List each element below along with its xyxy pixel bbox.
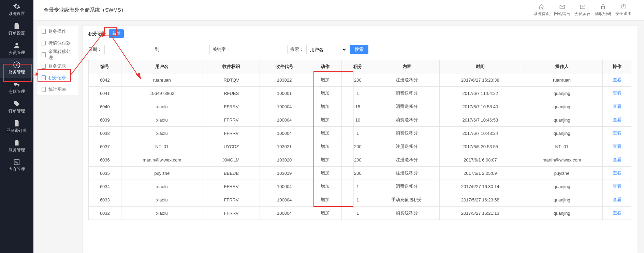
- view-link[interactable]: 查看: [603, 167, 631, 180]
- table-cell: 6041: [89, 87, 121, 100]
- col-content: 内容: [374, 60, 439, 73]
- subnav-balance-transfer[interactable]: 余额转移处理: [38, 49, 78, 60]
- view-link[interactable]: 查看: [603, 140, 631, 153]
- subnav-stat-charts[interactable]: 统计图表: [38, 84, 78, 95]
- sidebar-item-storage[interactable]: 仓储管理: [0, 78, 33, 97]
- date-to-input[interactable]: [162, 45, 210, 54]
- table-row: 6038xiaoluFFRRV100004增加1消费送积分2017/6/7 10…: [89, 127, 631, 140]
- table-cell: RFUBS: [203, 87, 260, 100]
- table-cell: 10: [341, 113, 374, 127]
- header: 全景专业级海外仓储系统（SWMS） 系统首页 网站留言 会员留言 修改密码 安全…: [33, 0, 644, 20]
- view-link[interactable]: 查看: [603, 127, 631, 140]
- sidebar-item-finance[interactable]: ¥ 财务管理: [0, 58, 33, 78]
- word-icon: W: [13, 158, 20, 166]
- table-cell: FFRRV: [203, 193, 260, 207]
- keyword-input[interactable]: [233, 45, 288, 54]
- table-cell: 消费送积分: [374, 127, 439, 140]
- view-link[interactable]: 查看: [603, 153, 631, 167]
- table-cell: 2017/5/27 16:23:58: [439, 193, 521, 207]
- col-operator: 操作人: [521, 60, 602, 73]
- view-link[interactable]: 查看: [603, 73, 631, 87]
- table-cell: BBEUB: [203, 167, 260, 180]
- table-cell: 增加: [309, 127, 341, 140]
- sidebar-item-amazon[interactable]: 亚马逊订单: [0, 117, 33, 136]
- table-cell: 6042: [89, 73, 121, 87]
- clipboard-icon: [13, 139, 20, 146]
- table-row: 60411064973862RFUBS100001增加1消费送积分2017/6/…: [89, 87, 631, 100]
- truck-icon: [13, 81, 20, 88]
- copy-icon: [13, 22, 20, 30]
- table-cell: 1: [341, 193, 374, 207]
- sidebar-item-sys[interactable]: 系统设置: [0, 0, 33, 19]
- table-cell: 103022: [260, 73, 309, 87]
- date-label: 日期：: [88, 46, 102, 53]
- table-cell: 6032: [89, 207, 121, 220]
- header-home[interactable]: 系统首页: [531, 4, 552, 17]
- table-cell: 100004: [260, 180, 309, 193]
- table-cell: 注册送积分: [374, 140, 439, 153]
- table-row: 6037NT_01UYCDZ103021增加200注册送积分2017/6/5 2…: [89, 140, 631, 153]
- table-cell: FFRRV: [203, 100, 260, 113]
- sidebar-label: 会员管理: [9, 50, 25, 56]
- header-site-msg[interactable]: 网站留言: [552, 4, 572, 17]
- date-from-input[interactable]: [104, 45, 152, 54]
- table-cell: 6033: [89, 193, 121, 207]
- table-cell: 增加: [309, 193, 341, 207]
- table-cell: xiaolu: [121, 113, 203, 127]
- secondary-nav: 财务操作 待确认付款 余额转移处理 财务记录 积分记录 统计图表: [38, 26, 78, 95]
- table-cell: 消费送积分: [374, 180, 439, 193]
- view-link[interactable]: 查看: [603, 113, 631, 127]
- sidebar-label: 亚马逊订单: [6, 128, 27, 133]
- sidebar-label: 服务管理: [9, 147, 25, 153]
- header-logout[interactable]: 安全退出: [613, 4, 634, 17]
- subnav-pending-pay[interactable]: 待确认付款: [38, 37, 78, 49]
- view-link[interactable]: 查看: [603, 207, 631, 220]
- table-row: 6034xiaoluFFRRV100004增加1消费送积分2017/5/27 1…: [89, 180, 631, 193]
- header-change-pwd[interactable]: 修改密码: [593, 4, 613, 17]
- table-cell: martin@wlwex.com: [521, 153, 602, 167]
- sidebar-item-order-mgr[interactable]: 订单管理: [0, 97, 33, 117]
- table-cell: xiaolu: [121, 207, 203, 220]
- table-cell: FFRRV: [203, 113, 260, 127]
- table-cell: 200: [341, 153, 374, 167]
- table-row: 6036martin@wlwex.comXMGLM103020增加200注册送积…: [89, 153, 631, 167]
- header-member-msg[interactable]: 会员留言: [572, 4, 593, 17]
- table-cell: 消费送积分: [374, 87, 439, 100]
- sidebar-item-member[interactable]: 会员管理: [0, 39, 33, 58]
- filter-bar: 日期： 到 关键字： 搜索： 用户名 搜索: [83, 41, 637, 60]
- view-link[interactable]: 查看: [603, 100, 631, 113]
- sidebar-label: 订单管理: [9, 108, 25, 114]
- searchby-select[interactable]: 用户名: [306, 45, 347, 54]
- sidebar-item-service[interactable]: 服务管理: [0, 136, 33, 156]
- table-cell: 1: [341, 180, 374, 193]
- view-link[interactable]: 查看: [603, 193, 631, 207]
- table-cell: puyizhe: [521, 167, 602, 180]
- table-row: 6035puyizheBBEUB103019增加200注册送积分2017/6/1…: [89, 167, 631, 180]
- table-row: 6033xiaoluFFRRV100004增加1手动充值送积分2017/5/27…: [89, 193, 631, 207]
- col-user: 用户名: [121, 60, 203, 73]
- col-rcode: 收件代号: [260, 60, 309, 73]
- add-button[interactable]: 新增: [109, 29, 124, 38]
- search-button[interactable]: 搜索: [350, 45, 368, 54]
- sidebar-item-order-settings[interactable]: 订单设置: [0, 19, 33, 39]
- subnav-points-records[interactable]: 积分记录: [38, 72, 78, 84]
- subnav-finance-records[interactable]: 财务记录: [38, 60, 78, 72]
- table-cell: 消费送积分: [374, 113, 439, 127]
- table-cell: 100004: [260, 113, 309, 127]
- view-link[interactable]: 查看: [603, 87, 631, 100]
- subnav-finance-ops[interactable]: 财务操作: [38, 26, 78, 37]
- table-cell: 增加: [309, 87, 341, 100]
- table-cell: 6037: [89, 140, 121, 153]
- keyword-label: 关键字：: [213, 46, 230, 53]
- main-content: 积分记录 新增 日期： 到 关键字： 搜索： 用户名 搜索 编号 用户名 收件标…: [83, 26, 637, 253]
- table-cell: martin@wlwex.com: [121, 153, 203, 167]
- table-cell: 2017/5/27 16:21:13: [439, 207, 521, 220]
- page-title-bar: 积分记录 新增: [83, 26, 637, 41]
- table-cell: quanjing: [521, 87, 602, 100]
- col-points: 积分: [341, 60, 374, 73]
- table-cell: 2017/5/27 16:30:14: [439, 180, 521, 193]
- table-cell: 2017/6/5 20:53:55: [439, 140, 521, 153]
- table-cell: 增加: [309, 207, 341, 220]
- sidebar-item-content[interactable]: W 内容管理: [0, 156, 33, 175]
- view-link[interactable]: 查看: [603, 180, 631, 193]
